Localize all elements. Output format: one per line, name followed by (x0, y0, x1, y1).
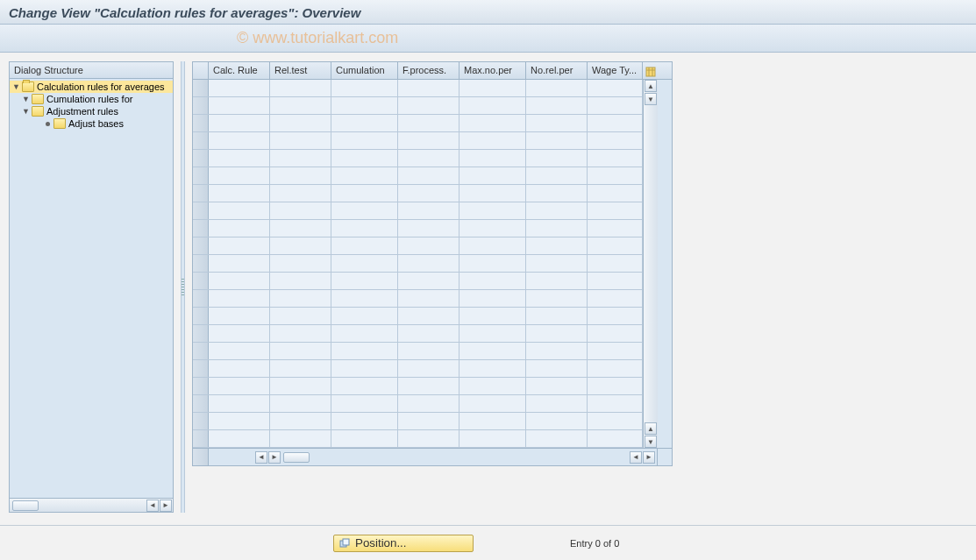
table-row[interactable] (193, 290, 643, 308)
grid-config-button[interactable] (643, 62, 659, 79)
table-cell[interactable] (460, 115, 526, 131)
table-cell[interactable] (209, 97, 270, 114)
table-row[interactable] (193, 308, 643, 325)
table-cell[interactable] (526, 150, 588, 167)
table-cell[interactable] (588, 202, 643, 219)
table-cell[interactable] (209, 308, 270, 324)
table-cell[interactable] (460, 132, 526, 149)
table-cell[interactable] (460, 290, 526, 307)
tree-node[interactable]: Adjust bases (10, 117, 173, 130)
expand-icon[interactable]: ▼ (12, 83, 20, 91)
table-cell[interactable] (460, 413, 526, 429)
table-cell[interactable] (588, 255, 643, 272)
table-cell[interactable] (526, 97, 588, 114)
expand-icon[interactable]: ▼ (22, 96, 30, 103)
row-header[interactable] (193, 255, 209, 272)
table-row[interactable] (193, 97, 643, 115)
table-cell[interactable] (270, 202, 331, 219)
table-cell[interactable] (209, 430, 270, 447)
scroll-down-icon[interactable]: ▼ (645, 93, 657, 105)
table-cell[interactable] (270, 325, 331, 342)
table-row[interactable] (193, 115, 643, 132)
table-cell[interactable] (588, 395, 643, 412)
table-cell[interactable] (588, 378, 643, 394)
table-cell[interactable] (331, 132, 398, 149)
table-cell[interactable] (460, 150, 526, 167)
table-cell[interactable] (209, 378, 270, 394)
table-cell[interactable] (331, 185, 398, 202)
scroll-up-icon[interactable]: ▲ (645, 80, 657, 92)
table-cell[interactable] (270, 150, 331, 167)
table-cell[interactable] (398, 343, 460, 359)
table-cell[interactable] (209, 185, 270, 202)
table-row[interactable] (193, 185, 643, 202)
row-header[interactable] (193, 220, 209, 237)
table-cell[interactable] (588, 132, 643, 149)
table-cell[interactable] (460, 308, 526, 324)
scroll-right-icon[interactable]: ► (160, 500, 172, 512)
table-cell[interactable] (526, 185, 588, 202)
table-cell[interactable] (526, 430, 588, 447)
col-no-rel-per[interactable]: No.rel.per (526, 62, 588, 79)
row-header[interactable] (193, 413, 209, 429)
table-cell[interactable] (526, 220, 588, 237)
table-cell[interactable] (398, 132, 460, 149)
row-header[interactable] (193, 202, 209, 219)
row-header[interactable] (193, 325, 209, 342)
table-cell[interactable] (588, 343, 643, 359)
table-cell[interactable] (526, 378, 588, 394)
table-cell[interactable] (331, 273, 398, 289)
table-cell[interactable] (209, 343, 270, 359)
table-cell[interactable] (331, 255, 398, 272)
table-cell[interactable] (460, 395, 526, 412)
table-cell[interactable] (209, 80, 270, 96)
table-cell[interactable] (526, 413, 588, 429)
table-cell[interactable] (331, 167, 398, 184)
table-cell[interactable] (460, 220, 526, 237)
table-row[interactable] (193, 237, 643, 255)
table-cell[interactable] (331, 343, 398, 359)
table-cell[interactable] (331, 325, 398, 342)
table-cell[interactable] (209, 132, 270, 149)
table-cell[interactable] (460, 343, 526, 359)
table-cell[interactable] (270, 220, 331, 237)
table-cell[interactable] (398, 378, 460, 394)
table-cell[interactable] (588, 290, 643, 307)
col-rel-test[interactable]: Rel.test (270, 62, 331, 79)
table-cell[interactable] (398, 290, 460, 307)
col-wage-type[interactable]: Wage Ty... (588, 62, 643, 79)
table-cell[interactable] (526, 360, 588, 377)
table-cell[interactable] (209, 413, 270, 429)
grid-vscrollbar[interactable]: ▲ ▼ ▲ ▼ (643, 80, 658, 448)
tree-node[interactable]: ▼Adjustment rules (10, 105, 173, 117)
table-cell[interactable] (398, 308, 460, 324)
table-cell[interactable] (526, 343, 588, 359)
row-header[interactable] (193, 150, 209, 167)
table-row[interactable] (193, 80, 643, 97)
table-cell[interactable] (398, 150, 460, 167)
table-cell[interactable] (209, 115, 270, 131)
table-cell[interactable] (270, 308, 331, 324)
scroll-right-icon[interactable]: ► (268, 451, 281, 464)
table-cell[interactable] (398, 202, 460, 219)
row-header[interactable] (193, 378, 209, 394)
col-calc-rule[interactable]: Calc. Rule (209, 62, 270, 79)
row-header[interactable] (193, 97, 209, 114)
table-cell[interactable] (460, 360, 526, 377)
table-cell[interactable] (588, 167, 643, 184)
table-cell[interactable] (398, 237, 460, 254)
table-cell[interactable] (398, 255, 460, 272)
table-cell[interactable] (588, 430, 643, 447)
table-cell[interactable] (460, 202, 526, 219)
row-header[interactable] (193, 237, 209, 254)
table-cell[interactable] (270, 395, 331, 412)
table-row[interactable] (193, 378, 643, 395)
row-header[interactable] (193, 115, 209, 131)
table-cell[interactable] (588, 237, 643, 254)
table-cell[interactable] (209, 395, 270, 412)
tree-hscrollbar[interactable]: ◄ ► (10, 498, 173, 512)
table-cell[interactable] (588, 97, 643, 114)
table-cell[interactable] (398, 273, 460, 289)
table-cell[interactable] (588, 150, 643, 167)
tree-body[interactable]: ▼Calculation rules for averages▼Cumulati… (10, 79, 173, 498)
